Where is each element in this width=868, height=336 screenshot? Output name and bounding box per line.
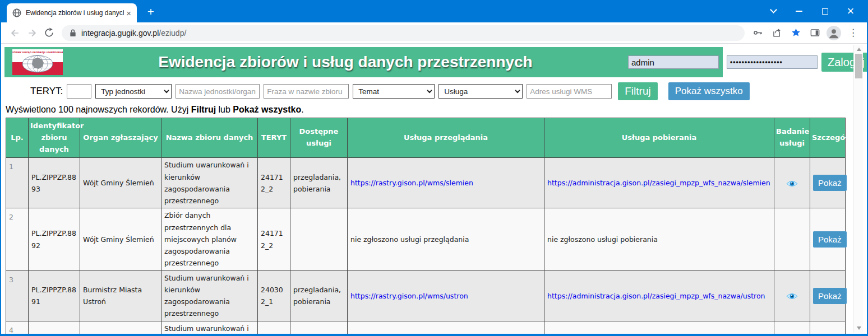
wms-address-input[interactable] bbox=[527, 84, 612, 99]
new-tab-button[interactable]: + bbox=[144, 5, 158, 20]
records-info: Wyświetlono 100 najnowszych rekordów. Uż… bbox=[6, 105, 867, 115]
minimize-button[interactable] bbox=[786, 0, 812, 22]
password-key-icon[interactable] bbox=[749, 25, 766, 41]
col-dataset-name: Nazwa zbioru danych bbox=[161, 118, 258, 158]
col-lp: Lp. bbox=[6, 118, 29, 158]
logo-caption: GŁÓWNY URZĄD GEODEZJI I KARTOGRAFII bbox=[12, 51, 63, 54]
available-services bbox=[290, 208, 348, 270]
teryt-code: 142505_2 bbox=[258, 321, 290, 334]
show-details-button[interactable]: Pokaż bbox=[813, 175, 847, 191]
reporting-authority: Wójt Gminy Ślemień bbox=[80, 158, 161, 208]
scroll-up-icon[interactable] bbox=[854, 45, 864, 54]
unit-name-input[interactable] bbox=[176, 84, 260, 99]
dataset-id: PL.ZIPPZP.8892 bbox=[29, 208, 80, 270]
view-service-link[interactable]: https://rastry.gison.pl/wms/slemien bbox=[350, 179, 473, 187]
page-header-banner: GŁÓWNY URZĄD GEODEZJI I KARTOGRAFII Ewid… bbox=[4, 47, 723, 77]
unit-type-select[interactable]: Typ jednostki bbox=[95, 84, 172, 99]
col-available-services: Dostępne usługi bbox=[290, 118, 348, 158]
download-service-link[interactable]: https://administracja.gison.pl/zasiegi_m… bbox=[547, 179, 770, 187]
page-content: GŁÓWNY URZĄD GEODEZJI I KARTOGRAFII Ewid… bbox=[1, 44, 867, 334]
browser-window: Ewidencja zbiorów i usług danych × + × i… bbox=[0, 0, 868, 336]
maximize-button[interactable] bbox=[812, 0, 838, 22]
globe-favicon-icon bbox=[12, 8, 21, 17]
show-details-button[interactable]: Pokaż bbox=[813, 231, 847, 248]
reporting-authority: Wójt Gminy Ślemień bbox=[80, 208, 161, 270]
filter-button[interactable]: Filtruj bbox=[618, 82, 657, 100]
tab-close-icon[interactable]: × bbox=[124, 8, 133, 18]
col-authority: Organ zgłaszający bbox=[80, 118, 161, 158]
col-download-service: Usługa pobierania bbox=[544, 118, 774, 158]
dataset-id: PL.ZIPPZP.8891 bbox=[29, 270, 80, 321]
dataset-id: PL.ZIPPZP.8893 bbox=[29, 158, 80, 208]
row-number: 2 bbox=[6, 208, 29, 270]
url-host: integracja.gugik.gov.pl bbox=[81, 29, 159, 38]
service-test-eye-icon[interactable] bbox=[786, 180, 798, 188]
dataset-name: Zbiór danych przestrzennych dla miejscow… bbox=[161, 208, 258, 270]
teryt-label: TERYT: bbox=[30, 86, 63, 97]
teryt-input[interactable] bbox=[67, 84, 91, 99]
row-number: 1 bbox=[6, 158, 29, 208]
url-text: integracja.gugik.gov.pl/eziudp/ bbox=[81, 29, 186, 38]
tab-title: Ewidencja zbiorów i usług danych bbox=[26, 9, 124, 17]
forward-icon[interactable] bbox=[24, 25, 40, 41]
service-select[interactable]: Usługa bbox=[438, 84, 523, 99]
available-services: przegladania, pobierania bbox=[290, 270, 348, 321]
view-service-link[interactable]: https://rastry.gison.pl/wms/ustron bbox=[350, 292, 468, 300]
col-view-service: Usługa przeglądania bbox=[348, 118, 544, 158]
scrollbar-thumb[interactable] bbox=[855, 54, 862, 78]
title-bar: Ewidencja zbiorów i usług danych × + × bbox=[1, 0, 867, 22]
teryt-code: 240302_1 bbox=[258, 270, 290, 321]
topic-select[interactable]: Temat bbox=[353, 84, 435, 99]
chevron-down-icon[interactable] bbox=[760, 0, 786, 22]
page-title: Ewidencja zbiorów i usług danych przestr… bbox=[63, 53, 628, 71]
dataset-name: Studium uwarunkowań i kierunków zagospod… bbox=[161, 270, 258, 321]
reload-icon[interactable] bbox=[40, 25, 57, 41]
dataset-phrase-input[interactable] bbox=[264, 84, 349, 99]
password-input[interactable] bbox=[727, 55, 818, 69]
url-path: /eziudp/ bbox=[159, 29, 186, 38]
side-panel-icon[interactable] bbox=[806, 25, 823, 41]
profile-avatar[interactable] bbox=[825, 25, 842, 41]
reporting-authority: Burmistrz Miasta Ustroń bbox=[80, 270, 161, 321]
table-row: 1 PL.ZIPPZP.8893 Wójt Gminy Ślemień Stud… bbox=[6, 158, 846, 208]
back-icon[interactable] bbox=[7, 25, 24, 41]
col-service-test: Badanie usługi bbox=[774, 118, 810, 158]
show-all-button[interactable]: Pokaż wszystko bbox=[668, 82, 750, 100]
download-service-link[interactable]: https://administracja.gison.pl/zasiegi_m… bbox=[547, 292, 765, 300]
browser-toolbar: integracja.gugik.gov.pl/eziudp/ ⋮ bbox=[1, 22, 867, 44]
browser-tab[interactable]: Ewidencja zbiorów i usług danych × bbox=[7, 3, 137, 22]
lock-icon bbox=[70, 29, 76, 37]
col-details: Szczegóły bbox=[810, 118, 846, 158]
teryt-code: 241712_2 bbox=[258, 208, 290, 270]
url-bar[interactable]: integracja.gugik.gov.pl/eziudp/ bbox=[62, 25, 745, 41]
bookmark-star-icon[interactable] bbox=[787, 25, 804, 41]
view-service-missing: nie zgłoszono usługi przeglądania bbox=[350, 235, 469, 244]
table-row: 2 PL.ZIPPZP.8892 Wójt Gminy Ślemień Zbió… bbox=[6, 208, 846, 270]
filter-bar: TERYT: Typ jednostki Temat Usługa Filtru… bbox=[4, 77, 867, 104]
close-button[interactable]: × bbox=[838, 0, 864, 22]
row-number: 3 bbox=[6, 270, 29, 321]
datasets-table: Lp. Identyfikator zbioru danych Organ zg… bbox=[6, 118, 846, 334]
service-test-eye-icon[interactable] bbox=[786, 292, 798, 300]
show-details-button[interactable]: Pokaż bbox=[813, 288, 847, 304]
available-services: przegladania, pobierania bbox=[290, 321, 348, 334]
available-services: przegladania, pobierania bbox=[290, 158, 348, 208]
col-dataset-id: Identyfikator zbioru danych bbox=[29, 118, 80, 158]
menu-dots-icon[interactable]: ⋮ bbox=[844, 25, 861, 41]
username-input[interactable] bbox=[628, 55, 719, 69]
share-icon[interactable] bbox=[768, 25, 785, 41]
table-row: 4 PL.ZIPPZP.8890 Wójt Gminy Jedlińsk Stu… bbox=[6, 321, 846, 334]
dataset-name: Studium uwarunkowań i kierunków zagospod… bbox=[161, 321, 258, 334]
table-header-row: Lp. Identyfikator zbioru danych Organ zg… bbox=[6, 118, 846, 158]
scroll-down-icon[interactable] bbox=[854, 324, 864, 333]
dataset-id: PL.ZIPPZP.8890 bbox=[29, 321, 80, 334]
col-teryt: TERYT bbox=[258, 118, 290, 158]
row-number: 4 bbox=[6, 321, 29, 334]
page-scrollbar[interactable] bbox=[853, 45, 863, 333]
teryt-code: 241712_2 bbox=[258, 158, 290, 208]
table-row: 3 PL.ZIPPZP.8891 Burmistrz Miasta Ustroń… bbox=[6, 270, 846, 321]
download-service-missing: nie zgłoszono usługi pobierania bbox=[547, 235, 658, 244]
dataset-name: Studium uwarunkowań i kierunków zagospod… bbox=[161, 158, 258, 208]
gugik-logo: GŁÓWNY URZĄD GEODEZJI I KARTOGRAFII bbox=[12, 49, 63, 75]
reporting-authority: Wójt Gminy Jedlińsk bbox=[80, 321, 161, 334]
